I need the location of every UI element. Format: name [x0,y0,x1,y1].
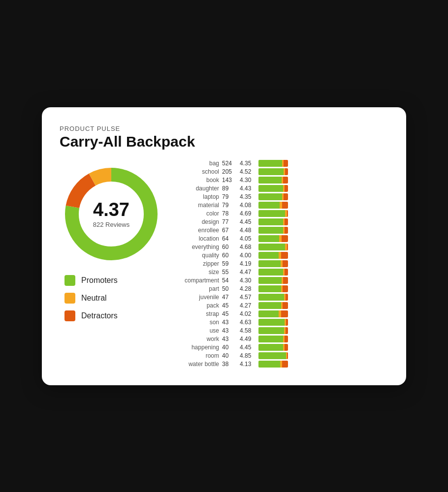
keyword-row: everything 60 4.68 [175,244,388,250]
keyword-score: 4.52 [240,168,256,175]
bar-detractors [283,260,288,267]
keyword-bar [258,277,288,284]
keyword-bar [258,202,288,209]
keyword-bar [258,235,288,242]
card-header: PRODUCT PULSE Carry-All Backpack [60,125,388,150]
keyword-name: book [175,177,219,184]
keyword-row: quality 60 4.00 [175,252,388,259]
bar-detractors [286,327,288,334]
keyword-name: son [175,319,219,326]
keyword-name: use [175,327,219,334]
left-panel: 4.37 822 Reviews Promoters Neutral Detra… [60,160,163,368]
bar-promoters [258,244,285,250]
keyword-count: 79 [222,193,237,200]
bar-detractors [283,302,288,309]
keyword-name: happening [175,344,219,351]
keyword-count: 524 [222,160,237,167]
keyword-count: 38 [222,361,237,368]
legend-label: Neutral [81,294,107,303]
keyword-score: 4.69 [240,210,256,217]
legend-item: Neutral [64,293,163,304]
keyword-score: 4.48 [240,227,256,234]
legend: Promoters Neutral Detractors [60,275,163,328]
bar-promoters [258,285,281,292]
legend-item: Detractors [64,310,163,321]
keyword-score: 4.08 [240,202,256,209]
keyword-bar [258,344,288,351]
keyword-score: 4.02 [240,310,256,317]
keyword-count: 79 [222,202,237,209]
keyword-row: school 205 4.52 [175,168,388,175]
keyword-name: laptop [175,193,219,200]
bar-promoters [258,235,279,242]
bar-detractors [285,227,288,234]
keyword-count: 143 [222,177,237,184]
keyword-row: water bottle 38 4.13 [175,361,388,368]
bar-promoters [258,344,283,351]
keyword-bar [258,244,288,250]
keyword-bar [258,285,288,292]
bar-promoters [258,210,285,217]
keyword-bar [258,327,288,334]
keyword-row: book 143 4.30 [175,177,388,184]
bar-detractors [286,294,288,301]
bar-detractors [285,344,288,351]
legend-item: Promoters [64,275,163,286]
keyword-name: material [175,202,219,209]
keyword-score: 4.00 [240,252,256,259]
keyword-bar [258,319,288,326]
bar-detractors [287,352,288,359]
bar-promoters [258,193,282,200]
product-name: Carry-All Backpack [60,133,388,150]
keyword-bar [258,336,288,342]
keyword-row: location 64 4.05 [175,235,388,242]
keyword-score: 4.28 [240,285,256,292]
keyword-count: 59 [222,260,237,267]
bar-promoters [258,352,286,359]
keyword-row: strap 45 4.02 [175,310,388,317]
bar-detractors [281,310,288,317]
keyword-score: 4.57 [240,294,256,301]
bar-promoters [258,336,283,342]
bar-detractors [282,361,288,368]
keyword-score: 4.30 [240,277,256,284]
product-pulse-label: PRODUCT PULSE [60,125,388,132]
keyword-row: zipper 59 4.19 [175,260,388,267]
donut-chart: 4.37 822 Reviews [62,165,160,263]
bar-detractors [282,202,288,209]
keyword-name: compartment [175,277,219,284]
keyword-row: enrollee 67 4.48 [175,227,388,234]
keyword-score: 4.05 [240,235,256,242]
keyword-score: 4.49 [240,336,256,342]
bar-detractors [285,336,288,342]
keyword-name: school [175,168,219,175]
keyword-count: 45 [222,310,237,317]
bar-promoters [258,327,284,334]
keyword-name: design [175,218,219,225]
legend-swatch [64,310,75,321]
keyword-bar [258,269,288,276]
bar-detractors [283,285,288,292]
bar-detractors [285,218,288,225]
bar-promoters [258,185,283,192]
keyword-count: 78 [222,210,237,217]
keyword-score: 4.35 [240,193,256,200]
keyword-count: 60 [222,252,237,259]
keyword-bar [258,210,288,217]
donut-reviews: 822 Reviews [93,220,129,228]
keyword-row: happening 40 4.45 [175,344,388,351]
keyword-count: 43 [222,327,237,334]
bar-promoters [258,302,281,309]
keyword-name: pack [175,302,219,309]
keyword-name: water bottle [175,361,219,368]
bar-promoters [258,177,282,184]
bar-detractors [287,244,288,250]
keyword-row: compartment 54 4.30 [175,277,388,284]
keyword-score: 4.58 [240,327,256,334]
keyword-row: color 78 4.69 [175,210,388,217]
keyword-score: 4.13 [240,361,256,368]
bar-detractors [285,185,288,192]
keyword-row: room 40 4.85 [175,352,388,359]
keyword-name: bag [175,160,219,167]
keyword-count: 54 [222,277,237,284]
